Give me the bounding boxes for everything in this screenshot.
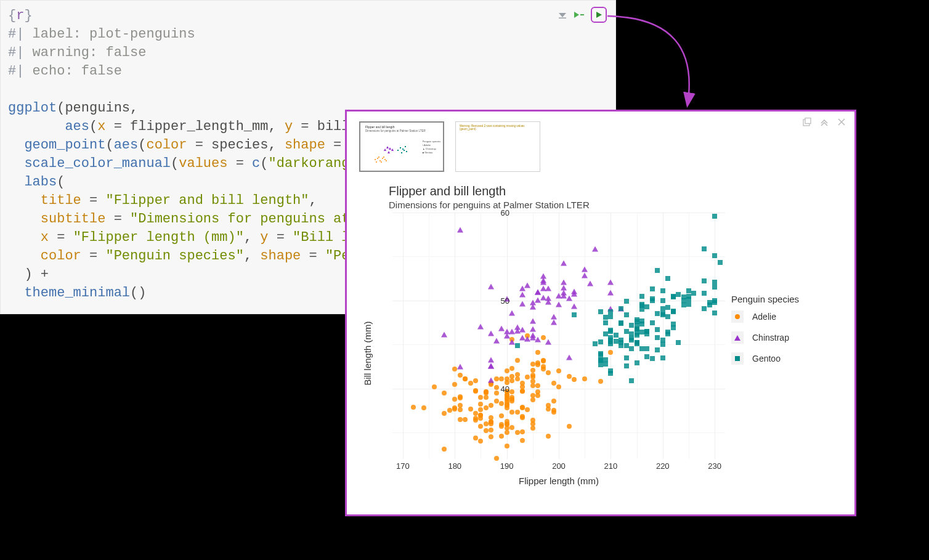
chart-legend-swatch	[731, 310, 744, 323]
chart-point	[509, 410, 514, 415]
chart-point	[421, 405, 426, 410]
chart-point	[702, 246, 707, 251]
chart-point	[614, 333, 619, 338]
chart-point	[665, 314, 670, 319]
chart-point	[639, 346, 644, 351]
chart-point	[515, 376, 520, 381]
chart-legend: Penguin species AdelieChinstrapGentoo	[731, 294, 836, 373]
chart-point	[660, 306, 665, 311]
chart-point	[489, 428, 493, 432]
chart-point	[530, 421, 535, 426]
chart-legend-title: Penguin species	[731, 294, 836, 304]
chart-point	[515, 343, 520, 348]
run-chunk-button[interactable]	[591, 7, 607, 23]
chart-point	[660, 338, 665, 343]
chart-point	[484, 395, 489, 400]
chart-point	[635, 360, 639, 365]
chart-point	[608, 328, 613, 333]
chart-point	[519, 301, 525, 306]
run-above-icon[interactable]	[574, 8, 585, 22]
chart-point	[530, 319, 536, 324]
chart-point	[535, 362, 540, 367]
output-close-icon[interactable]	[837, 118, 846, 129]
chart-point	[515, 358, 520, 363]
chart-point	[702, 306, 707, 311]
chart-x-tick: 230	[708, 461, 721, 471]
chart-point	[614, 339, 619, 344]
chart-point	[463, 376, 468, 381]
chart-point	[598, 309, 603, 314]
svg-marker-0	[559, 13, 566, 17]
output-popout-icon[interactable]	[803, 118, 811, 129]
chart-point	[619, 306, 623, 311]
chart-point	[509, 389, 514, 394]
chart-point	[488, 331, 494, 336]
chart-point	[515, 372, 520, 377]
chart-point	[468, 407, 473, 412]
chart-point	[452, 397, 457, 402]
chart-point	[509, 395, 514, 400]
chart-y-axis-label: Bill length (mm)	[362, 321, 373, 385]
chart-point	[598, 357, 603, 362]
chart-container: Flipper and bill length Dimensions for p…	[359, 184, 846, 498]
chart-point	[452, 407, 457, 412]
chart-point	[639, 330, 644, 335]
output-thumbnail-warning[interactable]: Warning: Removed 2 rows containing missi…	[455, 121, 540, 172]
chart-point	[608, 341, 613, 346]
chart-point	[489, 421, 493, 426]
chart-point	[660, 355, 665, 360]
chart-point	[432, 384, 437, 389]
thumb-mini-subtitle: Dimensions for penguins at Palmer Statio…	[365, 129, 426, 132]
thumb-mini-warning-text: Warning: Removed 2 rows containing missi…	[460, 124, 540, 131]
chart-point	[484, 405, 489, 410]
chart-point	[660, 342, 665, 347]
chart-point	[477, 323, 484, 329]
chart-point	[505, 368, 509, 373]
chart-point	[514, 325, 521, 330]
annotation-arrow	[604, 11, 727, 116]
chart-point	[598, 362, 603, 367]
chart-point	[561, 260, 567, 266]
chart-point	[587, 280, 593, 286]
output-collapse-icon[interactable]	[820, 118, 829, 129]
chart-point	[499, 434, 504, 439]
svg-rect-25	[397, 150, 399, 151]
chart-point	[718, 260, 723, 265]
chart-point	[411, 405, 416, 410]
chart-point	[499, 376, 504, 381]
chart-point	[535, 290, 541, 295]
chart-point	[530, 373, 535, 378]
chart-legend-label: Chinstrap	[752, 333, 789, 343]
svg-marker-2	[574, 12, 579, 18]
chunk-options-icon[interactable]	[558, 8, 567, 22]
chart-point	[458, 417, 463, 422]
chart-point	[540, 278, 546, 283]
svg-rect-30	[404, 150, 405, 151]
chart-legend-item: Adelie	[731, 310, 836, 323]
svg-marker-23	[387, 151, 390, 153]
chart-point	[624, 355, 629, 360]
chart-point	[530, 379, 535, 384]
svg-point-12	[379, 160, 381, 161]
chart-point	[505, 399, 509, 404]
chart-point	[520, 429, 525, 434]
chart-point	[635, 333, 639, 338]
chart-point	[478, 402, 483, 407]
chart-point	[505, 426, 509, 431]
chart-point	[530, 368, 535, 373]
chart-point	[556, 302, 562, 307]
output-thumbnail-plot[interactable]: Flipper and bill length Dimensions for p…	[359, 121, 444, 172]
chart-point	[556, 384, 561, 389]
chart-point	[650, 286, 655, 291]
chart-point	[635, 327, 639, 331]
chart-point	[488, 284, 494, 290]
chart-point	[541, 359, 546, 363]
chart-point	[639, 303, 644, 308]
svg-rect-26	[400, 147, 401, 148]
chart-x-tick: 200	[552, 461, 566, 471]
chart-point	[458, 373, 463, 378]
chart-point	[546, 434, 551, 439]
chart-point	[598, 339, 603, 344]
chart-point	[530, 362, 535, 367]
chart-point	[458, 407, 463, 412]
